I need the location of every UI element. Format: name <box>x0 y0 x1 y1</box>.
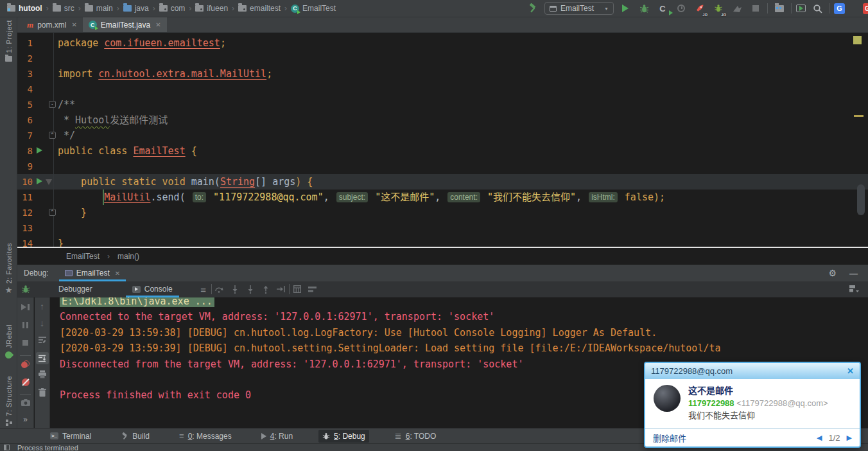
tab-debugger[interactable]: Debugger <box>52 281 99 297</box>
stripe-button-jrebel[interactable]: JRebel <box>0 324 17 358</box>
breadcrumb-item-hutool[interactable]: hutool <box>5 4 44 13</box>
breadcrumb-method[interactable]: main() <box>117 252 139 261</box>
debug-header-actions: ⚙ — <box>828 268 868 278</box>
build-hammer-icon[interactable] <box>526 1 540 15</box>
fold-marker[interactable]: ^ <box>49 132 56 139</box>
status-text: Process terminated <box>17 444 78 451</box>
label-text: : Debug <box>338 432 365 441</box>
line-number: 7 <box>17 128 33 143</box>
divider <box>20 394 31 395</box>
jrebel-debug-button[interactable]: JR <box>711 1 725 15</box>
tab-console[interactable]: Console <box>126 281 179 297</box>
code-token: main( <box>191 176 220 188</box>
tab-pom-xml[interactable]: m pom.xml ✕ <box>21 17 83 32</box>
stripe-button-label: 7: Structure <box>5 376 13 416</box>
breadcrumb-item-src[interactable]: src <box>51 4 76 13</box>
run-line-icon[interactable] <box>37 178 42 184</box>
clipped-plugin-icon[interactable]: G <box>863 3 868 14</box>
chevron-icon: › <box>189 4 191 13</box>
soft-wrap-button[interactable] <box>35 336 49 344</box>
close-icon[interactable]: ✕ <box>155 21 161 28</box>
tool-window-button-messages[interactable]: ≡0: Messages <box>175 430 236 443</box>
gear-icon[interactable]: ⚙ <box>828 268 837 278</box>
tab-label: EmailTest.java <box>101 21 150 30</box>
prev-mail-arrow[interactable]: ◀ <box>817 434 822 442</box>
breadcrumb-item-com[interactable]: com <box>157 4 187 13</box>
warning-stripe-mark[interactable] <box>854 115 864 117</box>
breadcrumb-item-java[interactable]: java <box>121 4 151 13</box>
line-number: 1 <box>17 35 33 51</box>
mail-preview: 我们不能失去信仰 <box>688 409 828 421</box>
close-icon[interactable]: ✕ <box>847 366 854 376</box>
tool-window-button-todo[interactable]: ≣6: TODO <box>391 430 440 443</box>
debug-button[interactable] <box>637 1 651 15</box>
debug-session-tab[interactable]: EmailTest ✕ <box>59 265 126 281</box>
fold-marker[interactable]: ^ <box>49 209 56 216</box>
close-icon[interactable]: ✕ <box>71 21 76 28</box>
restore-view-icon[interactable] <box>846 282 862 296</box>
stripe-button-favorites[interactable]: 2: Favorites★ <box>0 243 17 294</box>
step-into-icon[interactable] <box>227 282 243 296</box>
search-everywhere-icon[interactable] <box>810 1 824 15</box>
clear-console-trash-icon[interactable] <box>35 388 49 397</box>
tool-window-button-debug[interactable]: 5: Debug <box>318 430 369 443</box>
evaluate-expression-icon[interactable] <box>290 282 305 296</box>
run-configuration-select[interactable]: EmailTest ▼ <box>544 2 614 15</box>
mute-breakpoints-button[interactable] <box>17 378 33 386</box>
next-mail-arrow[interactable]: ▶ <box>847 434 852 442</box>
code-editor[interactable]: 1package com.ifueen.emailtest;23import c… <box>17 33 868 247</box>
line-number: 6 <box>17 112 33 128</box>
stripe-button-project[interactable]: 1: Project <box>0 20 17 62</box>
breadcrumb-item-ifueen[interactable]: ifueen <box>193 4 230 13</box>
breadcrumb-item-EmailTest[interactable]: CEmailTest <box>289 4 338 13</box>
code-line: package com.ifueen.emailtest; <box>58 35 226 51</box>
mail-sender-address: <1179722988@qq.com> <box>736 398 828 408</box>
stop-button <box>17 340 33 346</box>
profiler-button[interactable] <box>674 1 688 15</box>
tool-window-switcher-icon[interactable] <box>4 445 10 450</box>
run-button[interactable] <box>618 1 632 15</box>
breadcrumb-item-main[interactable]: main <box>83 4 115 13</box>
stripe-button-structure[interactable]: 7: Structure <box>0 376 17 426</box>
project-structure-icon[interactable] <box>772 1 786 15</box>
more-actions-button[interactable]: » <box>17 415 33 424</box>
force-step-into-icon[interactable] <box>243 282 258 296</box>
view-breakpoints-button[interactable] <box>17 360 33 369</box>
run-with-coverage-button[interactable]: C <box>655 1 670 15</box>
scroll-to-end-button[interactable] <box>35 352 49 364</box>
step-out-icon[interactable] <box>258 282 273 296</box>
chevron-icon: › <box>284 4 287 13</box>
run-to-cursor-icon[interactable] <box>273 282 289 296</box>
chevron-icon: › <box>117 4 119 13</box>
breadcrumb-class[interactable]: EmailTest <box>66 252 100 261</box>
delete-mail-link[interactable]: 删除邮件 <box>653 432 686 444</box>
indent-guide <box>103 190 104 205</box>
editor-scrollbar[interactable] <box>857 184 865 215</box>
layout-settings-icon[interactable] <box>305 282 320 296</box>
restore-layout-icon[interactable]: ≡ <box>196 282 211 296</box>
debug-window-label: Debug: <box>24 269 49 278</box>
editor-debug-splitter[interactable] <box>17 247 868 248</box>
run-anything-icon[interactable] <box>796 4 806 12</box>
debug-window-header: Debug: EmailTest ✕ ⚙ — <box>17 265 868 281</box>
breadcrumb-item-emailtest[interactable]: emailtest <box>236 4 282 13</box>
jrebel-run-button[interactable]: JR <box>693 1 707 15</box>
tool-window-button-run[interactable]: 4: Run <box>257 430 297 443</box>
tool-window-button-build[interactable]: Build <box>117 430 153 443</box>
inspection-status-indicator[interactable] <box>853 36 862 44</box>
fold-marker[interactable]: - <box>49 101 56 108</box>
popup-header[interactable]: 1179722988@qq.com ✕ <box>645 363 860 379</box>
close-icon[interactable]: ✕ <box>115 270 120 277</box>
console-line: E:\Jdk1.8\bin\java.exe ... <box>60 297 214 309</box>
translate-plugin-icon[interactable]: G <box>834 3 845 14</box>
run-line-icon[interactable] <box>37 147 42 154</box>
class-icon: C <box>89 21 97 29</box>
tool-window-button-label: Terminal <box>62 432 91 441</box>
minimize-icon[interactable]: — <box>849 269 858 278</box>
tool-window-button-terminal[interactable]: >_Terminal <box>46 430 95 443</box>
step-over-icon[interactable] <box>212 282 227 296</box>
mail-subject[interactable]: 这不是邮件 <box>688 385 828 397</box>
print-button[interactable] <box>35 370 49 378</box>
tab-emailtest-java[interactable]: C EmailTest.java ✕ <box>83 17 167 32</box>
stripe-button-label: 1: Project <box>5 20 13 53</box>
